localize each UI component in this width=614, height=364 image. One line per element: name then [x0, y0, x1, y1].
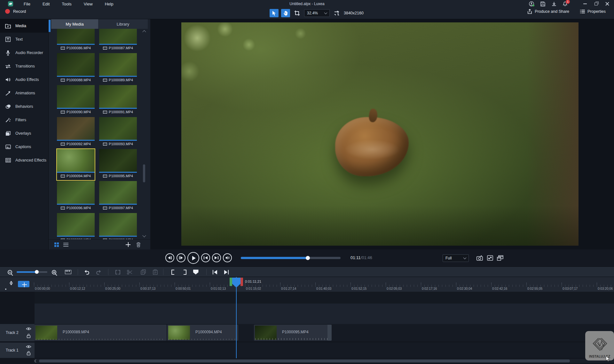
sidebar-item-transitions[interactable]: Transitions	[0, 59, 48, 73]
timeline-empty-lane[interactable]	[35, 304, 614, 324]
media-item[interactable]: P1000086.MP4	[57, 29, 95, 52]
produce-and-share-button[interactable]: Produce and Share	[527, 9, 569, 14]
add-marker-button[interactable]	[192, 267, 200, 277]
menu-help[interactable]: Help	[99, 0, 120, 8]
sidebar-item-behaviors[interactable]: Behaviors	[0, 100, 48, 113]
timeline-horizontal-scrollbar[interactable]	[34, 359, 614, 363]
pan-tool-button[interactable]	[281, 9, 290, 17]
redo-button[interactable]	[94, 267, 103, 277]
media-item[interactable]: P1000087.MP4	[99, 29, 137, 52]
menu-view[interactable]: View	[78, 0, 99, 8]
snapshot-button[interactable]	[476, 254, 484, 262]
hscrollbar-thumb[interactable]	[39, 360, 570, 362]
mark-in-button[interactable]	[169, 267, 177, 277]
zoom-slider-knob[interactable]	[35, 270, 39, 274]
tab-my-media[interactable]: My Media	[51, 19, 98, 29]
sidebar-item-animations[interactable]: Animations	[0, 86, 48, 100]
media-item[interactable]: P1000089.MP4	[99, 53, 137, 84]
sidebar-item-media[interactable]: Media	[0, 19, 48, 33]
download-updates-icon[interactable]	[551, 1, 557, 7]
playhead-line[interactable]	[236, 277, 237, 358]
add-media-button[interactable]	[126, 242, 130, 247]
skip-to-start-button[interactable]	[201, 253, 210, 262]
mark-out-handle[interactable]	[240, 278, 243, 286]
go-to-end-button[interactable]	[222, 267, 231, 277]
track-height-control[interactable]	[10, 280, 13, 287]
volume-button[interactable]	[223, 253, 232, 262]
menu-tools[interactable]: Tools	[56, 0, 77, 8]
lock-icon[interactable]	[27, 351, 31, 355]
scroll-down-icon[interactable]	[142, 233, 146, 237]
record-button[interactable]: Record	[5, 9, 26, 14]
seek-bar[interactable]	[241, 257, 341, 259]
mark-out-button[interactable]	[181, 267, 189, 277]
sidebar-item-overlays[interactable]: Overlays	[0, 127, 48, 140]
add-track-button[interactable]	[18, 281, 29, 287]
paste-button[interactable]	[151, 267, 160, 277]
copy-button[interactable]	[139, 267, 148, 277]
fullscreen-button[interactable]	[486, 254, 494, 262]
media-item[interactable]: P1000097.MP4	[99, 181, 137, 212]
save-icon[interactable]	[540, 1, 546, 7]
track1-header[interactable]: Track 1	[0, 343, 35, 358]
timeline-zoom-out-button[interactable]	[6, 267, 14, 277]
media-item-selected[interactable]: P1000094.MP4	[57, 149, 95, 180]
seek-knob[interactable]	[306, 256, 310, 260]
menu-file[interactable]: File	[18, 0, 36, 8]
lock-icon[interactable]	[27, 334, 31, 338]
clip-trim-handle[interactable]	[327, 325, 332, 341]
timeline-zoom-in-button[interactable]	[50, 267, 58, 277]
media-item[interactable]: P1000092.MP4	[57, 117, 95, 148]
play-button[interactable]	[187, 252, 199, 264]
timeline-ruler[interactable]: 0:00:00;00 0:00:12;12 0:00:25;00 0:00:37…	[0, 277, 614, 292]
sidebar-item-audio-recorder[interactable]: Audio Recorder	[0, 46, 48, 59]
track2-header[interactable]: Track 2	[0, 324, 35, 341]
notifications-bell-icon[interactable]: 1	[562, 1, 568, 7]
skip-to-end-button[interactable]	[212, 253, 221, 262]
media-item[interactable]: P1000088.MP4	[57, 53, 95, 84]
detach-preview-button[interactable]	[496, 254, 504, 262]
menu-edit[interactable]: Edit	[36, 0, 56, 8]
cut-button[interactable]	[125, 267, 134, 277]
timeline-clip[interactable]: P1000089.MP4	[35, 325, 167, 341]
select-tool-button[interactable]	[270, 9, 279, 17]
track1-lane[interactable]	[35, 343, 614, 358]
preview-fit-dropdown[interactable]: Full	[443, 254, 469, 262]
scroll-left-icon[interactable]	[35, 360, 38, 363]
account-icon[interactable]	[529, 1, 534, 7]
video-preview[interactable]	[181, 22, 579, 246]
timeline-clip[interactable]: P1000094.MP4	[167, 325, 238, 341]
properties-button[interactable]: Properties	[580, 9, 606, 14]
track2-lane[interactable]: P1000089.MP4 P1000094.MP4 P1000095.MP4	[35, 324, 614, 341]
sidebar-item-captions[interactable]: Captions	[0, 140, 48, 154]
restore-button[interactable]	[593, 1, 599, 7]
scrollbar-thumb[interactable]	[143, 164, 145, 182]
media-scrollbar[interactable]	[142, 29, 147, 239]
resize-icon[interactable]	[332, 9, 341, 17]
media-item[interactable]: P1000096.MP4	[57, 181, 95, 212]
media-item[interactable]: P1000095.MP4	[99, 149, 137, 180]
scroll-up-icon[interactable]	[142, 30, 146, 34]
sidebar-item-text[interactable]: Text	[0, 33, 48, 46]
tab-library[interactable]: Library	[98, 19, 148, 29]
delete-media-button[interactable]	[136, 242, 141, 247]
grid-view-icon[interactable]	[54, 242, 59, 247]
sidebar-item-filters[interactable]: Filters	[0, 113, 48, 127]
sidebar-item-audio-effects[interactable]: Audio Effects	[0, 73, 48, 86]
timeline-clip[interactable]: P1000095.MP4	[254, 325, 332, 341]
visibility-eye-icon[interactable]	[26, 345, 31, 348]
timeline-empty-lane[interactable]	[35, 292, 614, 304]
visibility-eye-icon[interactable]	[26, 327, 31, 330]
minimize-button[interactable]	[582, 1, 588, 7]
timeline-zoom-slider[interactable]	[17, 271, 47, 273]
media-item[interactable]: P1000093.MP4	[99, 117, 137, 148]
next-frame-button[interactable]	[177, 253, 185, 262]
crop-tool-button[interactable]	[293, 9, 302, 17]
close-button[interactable]	[604, 1, 610, 7]
split-clip-button[interactable]	[113, 267, 122, 277]
undo-button[interactable]	[83, 267, 91, 277]
media-item[interactable]: P1000098.MP4	[57, 213, 95, 239]
sidebar-item-advanced-effects[interactable]: Advanced Effects	[0, 154, 48, 167]
previous-frame-button[interactable]	[165, 253, 174, 262]
list-view-icon[interactable]	[63, 243, 68, 247]
